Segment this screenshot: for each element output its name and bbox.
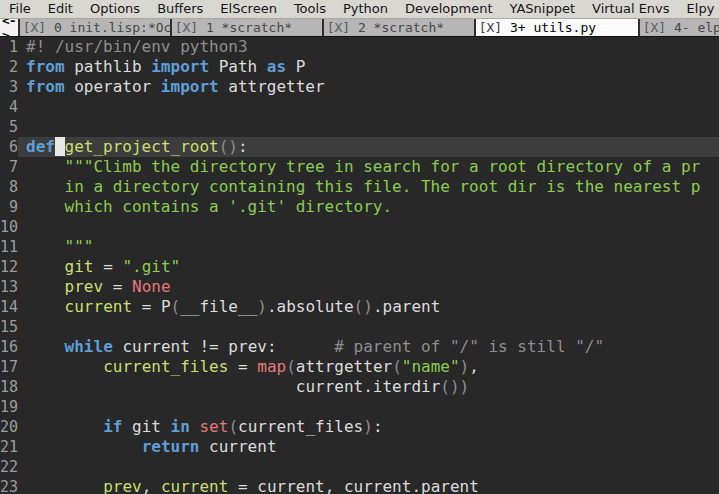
- token-plain: git: [122, 417, 170, 436]
- token-paren: ()): [440, 377, 469, 396]
- token-paren: (: [171, 297, 181, 316]
- code-text[interactable]: [18, 217, 719, 237]
- menu-item-python[interactable]: Python: [343, 0, 388, 18]
- line-number: 13: [0, 277, 18, 297]
- code-text[interactable]: """Climb the directory tree in search fo…: [18, 157, 719, 177]
- menu-item-options[interactable]: Options: [90, 0, 140, 18]
- line-number: 21: [0, 437, 18, 457]
- token-builtin: None: [132, 277, 171, 296]
- token-kw: if: [103, 417, 122, 436]
- line-number: 18: [0, 377, 18, 397]
- token-plain: :: [238, 137, 248, 156]
- code-line-14: 14 current = P(__file__).absolute().pare…: [0, 297, 719, 317]
- tab-4[interactable]: [X] 4- elpy: [640, 19, 719, 36]
- token-paren: ): [257, 297, 267, 316]
- tab-label: 2 *scratch*: [350, 20, 444, 35]
- token-plain: = current, current.parent: [228, 477, 478, 494]
- code-line-18: 18 current.iterdir()): [0, 377, 719, 397]
- tab-scroll-control[interactable]: <->: [0, 19, 20, 36]
- menu-item-file[interactable]: File: [9, 0, 31, 18]
- tab-2[interactable]: [X] 2 *scratch*: [324, 19, 476, 36]
- line-number: 5: [0, 117, 18, 137]
- tab-0[interactable]: [X] 0 init.lisp:*Oc...: [20, 19, 172, 36]
- tab-label: 3+ utils.py: [502, 20, 596, 35]
- tab-1[interactable]: [X] 1 *scratch*: [172, 19, 324, 36]
- code-line-22: 22: [0, 457, 719, 477]
- code-line-21: 21 return current: [0, 437, 719, 457]
- menu-item-virtual-envs[interactable]: Virtual Envs: [592, 0, 670, 18]
- menu-item-elpy[interactable]: Elpy: [687, 0, 715, 18]
- line-number: 9: [0, 197, 18, 217]
- code-text[interactable]: def get_project_root():: [18, 137, 719, 157]
- token-plain: = P: [132, 297, 171, 316]
- code-text[interactable]: git = ".git": [18, 257, 719, 277]
- token-com: # parent of "/" is still "/": [334, 337, 604, 356]
- tab-close-icon[interactable]: [X]: [643, 20, 666, 35]
- tab-close-icon[interactable]: [X]: [175, 20, 198, 35]
- token-plain: [26, 257, 65, 276]
- token-str: """Climb the directory tree in search fo…: [26, 157, 700, 176]
- code-area[interactable]: 1#! /usr/bin/env python32from pathlib im…: [0, 37, 719, 494]
- code-text[interactable]: [18, 117, 719, 137]
- menu-item-development[interactable]: Development: [405, 0, 493, 18]
- token-plain: [26, 357, 103, 376]
- token-plain: [26, 277, 65, 296]
- code-text[interactable]: current_files = map(attrgetter("name"),: [18, 357, 719, 377]
- menu-item-buffers[interactable]: Buffers: [157, 0, 203, 18]
- code-text[interactable]: if git in set(current_files):: [18, 417, 719, 437]
- token-plain: .parent: [373, 297, 440, 316]
- line-number: 17: [0, 357, 18, 377]
- code-text[interactable]: current.iterdir()): [18, 377, 719, 397]
- token-var: git: [65, 257, 94, 276]
- tab-close-icon[interactable]: [X]: [23, 20, 46, 35]
- code-text[interactable]: prev, current = current, current.parent: [18, 477, 719, 494]
- code-text[interactable]: [18, 397, 719, 417]
- menu-item-tools[interactable]: Tools: [294, 0, 326, 18]
- tab-3-active[interactable]: [X] 3+ utils.py: [476, 19, 640, 36]
- text-cursor: [55, 137, 65, 156]
- tab-close-icon[interactable]: [X]: [479, 20, 502, 35]
- token-plain: ,: [142, 477, 161, 494]
- code-text[interactable]: which contains a '.git' directory.: [18, 197, 719, 217]
- line-number: 11: [0, 237, 18, 257]
- tab-list: [X] 0 init.lisp:*Oc...[X] 1 *scratch*[X]…: [20, 19, 719, 36]
- menu-item-elscreen[interactable]: ElScreen: [220, 0, 277, 18]
- code-line-9: 9 which contains a '.git' directory.: [0, 197, 719, 217]
- token-plain: pathlib: [65, 57, 152, 76]
- code-line-11: 11 """: [0, 237, 719, 257]
- code-text[interactable]: [18, 317, 719, 337]
- code-text[interactable]: while current != prev: # parent of "/" i…: [18, 337, 719, 357]
- code-text[interactable]: [18, 457, 719, 477]
- code-text[interactable]: return current: [18, 437, 719, 457]
- line-number: 22: [0, 457, 18, 477]
- token-str: which contains a '.git' directory.: [26, 197, 392, 216]
- code-text[interactable]: current = P(__file__).absolute().parent: [18, 297, 719, 317]
- token-plain: [26, 417, 103, 436]
- token-kw: from: [26, 57, 65, 76]
- line-number: 20: [0, 417, 18, 437]
- code-line-2: 2from pathlib import Path as P: [0, 57, 719, 77]
- code-text[interactable]: in a directory containing this file. The…: [18, 177, 719, 197]
- token-str: "name": [402, 357, 460, 376]
- menu-item-edit[interactable]: Edit: [48, 0, 73, 18]
- tab-close-icon[interactable]: [X]: [327, 20, 350, 35]
- code-text[interactable]: from pathlib import Path as P: [18, 57, 719, 77]
- code-text[interactable]: prev = None: [18, 277, 719, 297]
- tab-label: 0 init.lisp:*Oc...: [46, 20, 172, 35]
- token-kw: import: [161, 77, 219, 96]
- token-plain: .absolute: [267, 297, 354, 316]
- menu-item-yasnippet[interactable]: YASnippet: [510, 0, 576, 18]
- token-plain: =: [94, 257, 123, 276]
- code-text[interactable]: from operator import attrgetter: [18, 77, 719, 97]
- code-text[interactable]: [18, 97, 719, 117]
- code-text[interactable]: #! /usr/bin/env python3: [18, 37, 719, 57]
- token-kw: while: [65, 337, 113, 356]
- code-text[interactable]: """: [18, 237, 719, 257]
- menu-bar: FileEditOptionsBuffersElScreenToolsPytho…: [0, 0, 719, 19]
- token-plain: operator: [65, 77, 161, 96]
- token-com: #! /usr/bin/env python3: [26, 37, 248, 56]
- line-number: 6: [0, 137, 18, 157]
- token-str: in a directory containing this file. The…: [26, 177, 700, 196]
- tab-bar: <-> [X] 0 init.lisp:*Oc...[X] 1 *scratch…: [0, 19, 719, 37]
- line-number: 23: [0, 477, 18, 494]
